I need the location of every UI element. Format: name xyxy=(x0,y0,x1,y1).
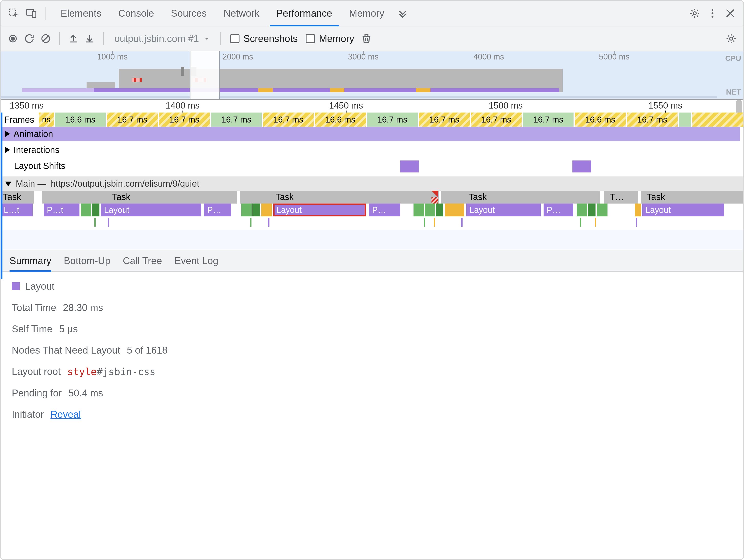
detail-tab-call-tree[interactable]: Call Tree xyxy=(123,250,162,271)
frame-segment[interactable]: 16.7 ms xyxy=(523,113,575,127)
flame-child-tick xyxy=(108,218,109,227)
frame-segment[interactable]: 16.7 ms xyxy=(159,113,211,127)
tab-network[interactable]: Network xyxy=(215,1,268,26)
detail-tab-bottom-up[interactable]: Bottom-Up xyxy=(64,250,110,271)
flame-event[interactable] xyxy=(81,203,91,216)
frame-segment[interactable]: 16.7 ms xyxy=(263,113,315,127)
frame-segment[interactable]: 16.7 ms xyxy=(419,113,471,127)
flame-event[interactable] xyxy=(635,203,641,216)
expand-icon[interactable] xyxy=(5,131,10,137)
flame-event[interactable]: Layout xyxy=(466,203,541,216)
flame-event[interactable]: P…t xyxy=(44,203,79,216)
layout-shifts-label: Layout Shifts xyxy=(14,161,65,171)
separator xyxy=(59,32,60,45)
close-devtools-icon[interactable] xyxy=(722,5,738,21)
tab-elements[interactable]: Elements xyxy=(52,1,110,26)
flame-event[interactable] xyxy=(413,203,424,216)
task-block[interactable]: Task xyxy=(112,192,130,202)
detail-ruler[interactable]: 1350 ms1400 ms1450 ms1500 ms1550 ms xyxy=(1,100,743,113)
svg-point-4 xyxy=(712,9,714,11)
flame-event[interactable]: L…t xyxy=(1,203,33,216)
flame-event[interactable] xyxy=(241,203,252,216)
frame-segment[interactable]: 16.6 ms xyxy=(575,113,627,127)
flame-event[interactable] xyxy=(425,203,435,216)
flame-event[interactable]: P… xyxy=(369,203,400,216)
flame-event[interactable] xyxy=(261,203,272,216)
frame-segment[interactable]: 16.6 ms xyxy=(315,113,367,127)
flame-child-tick xyxy=(636,218,637,227)
layout-shift-event[interactable] xyxy=(400,160,419,173)
tab-console[interactable]: Console xyxy=(110,1,162,26)
summary-nodes: Nodes That Need Layout 5 of 1618 xyxy=(12,345,732,356)
collapse-icon[interactable] xyxy=(5,182,11,186)
device-toggle-icon[interactable] xyxy=(24,5,39,21)
long-task-marker xyxy=(432,191,438,197)
flame-event[interactable] xyxy=(252,203,260,216)
animation-lane[interactable]: Animation xyxy=(1,127,743,141)
frame-segment[interactable] xyxy=(679,113,692,127)
task-block[interactable]: Task xyxy=(3,192,21,202)
layout-root-tag: style xyxy=(67,366,97,377)
detail-tick: 1400 ms xyxy=(165,101,199,111)
animation-lane-label: Animation xyxy=(13,129,53,139)
task-block[interactable]: Task xyxy=(469,192,487,202)
inspect-icon[interactable] xyxy=(6,5,22,21)
expand-icon[interactable] xyxy=(5,147,10,153)
kebab-menu-icon[interactable] xyxy=(705,5,720,21)
screenshots-toggle[interactable]: Screenshots xyxy=(227,33,301,44)
recording-select[interactable]: output.jsbin.com #1 xyxy=(110,30,214,47)
flame-chart-lanes[interactable]: Frames ns16.6 ms16.7 ms16.7 ms16.7 ms16.… xyxy=(1,113,743,250)
record-icon[interactable] xyxy=(6,32,20,45)
frame-segment[interactable]: 16.7 ms xyxy=(211,113,263,127)
task-block[interactable]: Task xyxy=(275,192,294,202)
layout-shift-event[interactable] xyxy=(572,160,591,173)
frame-segment[interactable]: 16.7 ms xyxy=(107,113,159,127)
svg-point-3 xyxy=(693,12,696,15)
caret-down-icon xyxy=(203,33,210,44)
frame-segment[interactable]: ns xyxy=(39,113,55,127)
flame-event[interactable]: P… xyxy=(544,203,573,216)
settings-icon[interactable] xyxy=(687,5,703,21)
overflow-tabs-icon[interactable] xyxy=(395,5,410,21)
tab-memory[interactable]: Memory xyxy=(341,1,393,26)
flame-event[interactable] xyxy=(436,203,443,216)
frames-lane[interactable]: Frames ns16.6 ms16.7 ms16.7 ms16.7 ms16.… xyxy=(1,113,743,127)
flame-event[interactable]: Layout xyxy=(642,203,724,216)
flame-event[interactable]: P… xyxy=(204,203,231,216)
panel-tabs: ElementsConsoleSourcesNetworkPerformance… xyxy=(52,1,393,26)
memory-toggle[interactable]: Memory xyxy=(303,33,357,44)
download-icon[interactable] xyxy=(83,32,97,45)
flame-event[interactable] xyxy=(577,203,587,216)
layout-shifts-lane[interactable]: Layout Shifts xyxy=(1,159,743,177)
checkbox-icon xyxy=(230,34,239,43)
tab-performance[interactable]: Performance xyxy=(268,1,341,26)
trash-icon[interactable] xyxy=(360,32,373,45)
frame-segment[interactable]: 16.6 ms xyxy=(55,113,107,127)
frames-lane-label: Frames xyxy=(1,113,39,127)
flame-child-tick xyxy=(94,218,96,227)
flame-event[interactable] xyxy=(92,203,100,216)
flame-event-selected[interactable]: Layout xyxy=(273,203,366,216)
tab-sources[interactable]: Sources xyxy=(162,1,215,26)
capture-settings-icon[interactable] xyxy=(724,32,738,45)
initiator-reveal-link[interactable]: Reveal xyxy=(50,409,81,420)
frame-segment[interactable]: 16.7 ms xyxy=(471,113,523,127)
frame-segment[interactable]: 16.7 ms xyxy=(367,113,419,127)
main-thread-header[interactable]: Main — https://output.jsbin.com/elisum/9… xyxy=(1,177,743,191)
flame-event[interactable] xyxy=(597,203,607,216)
reload-record-icon[interactable] xyxy=(23,32,36,45)
detail-tab-event-log[interactable]: Event Log xyxy=(175,250,218,271)
interactions-lane[interactable]: Interactions xyxy=(1,141,743,159)
task-block[interactable]: Task xyxy=(647,192,665,202)
flame-event[interactable] xyxy=(588,203,596,216)
flame-event[interactable] xyxy=(445,203,464,216)
frame-segment[interactable]: 16.7 ms xyxy=(627,113,679,127)
overview-timeline[interactable]: 1000 ms2000 ms3000 ms4000 ms5000 ms xyxy=(1,51,743,100)
flame-row[interactable]: L…tP…tLayoutP…LayoutP…LayoutP…Layout xyxy=(1,203,743,216)
upload-icon[interactable] xyxy=(66,32,80,45)
task-block[interactable]: T… xyxy=(610,192,624,202)
detail-tab-summary[interactable]: Summary xyxy=(9,250,51,271)
clear-icon[interactable] xyxy=(39,32,52,45)
task-row[interactable]: TaskTaskTaskTaskT…Task xyxy=(1,191,743,203)
flame-event[interactable]: Layout xyxy=(101,203,201,216)
